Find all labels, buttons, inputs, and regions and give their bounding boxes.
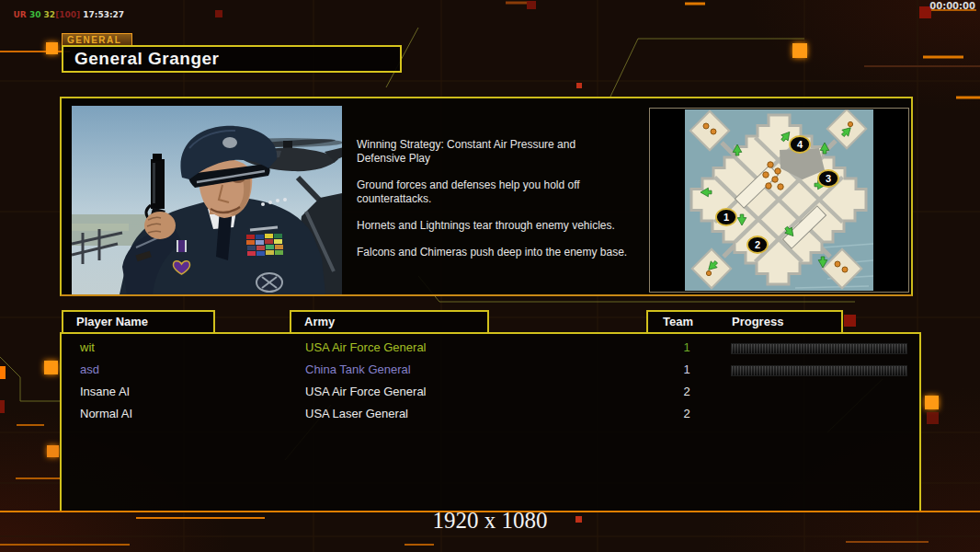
- column-header-team: Team: [663, 312, 693, 332]
- briefing-line: Winning Strategy: Constant Air Pressure …: [357, 138, 640, 166]
- briefing-line: Ground forces and defenses help you hold…: [357, 178, 640, 206]
- general-portrait: [72, 106, 342, 294]
- map-preview-box: 1 2 3 4: [649, 108, 909, 293]
- player-name: asd: [80, 359, 99, 381]
- map-preview: 1 2 3 4: [685, 109, 873, 291]
- svg-text:4: 4: [797, 139, 803, 150]
- player-team: 2: [673, 403, 701, 425]
- debug-token: [100]: [55, 10, 83, 19]
- loading-progress-bar: [731, 365, 907, 376]
- player-row: wit USA Air Force General 1: [62, 337, 919, 359]
- player-army: USA Air Force General: [305, 337, 427, 359]
- player-army: USA Air Force General: [305, 381, 427, 403]
- svg-text:1: 1: [724, 212, 729, 223]
- map-marker-1: 1: [716, 209, 736, 225]
- svg-text:2: 2: [755, 239, 760, 250]
- briefing-line: Hornets and Lightnings tear through enem…: [357, 219, 640, 233]
- player-name: Insane AI: [80, 381, 130, 403]
- general-title-box: General Granger: [62, 45, 402, 73]
- debug-token: 32: [44, 10, 56, 19]
- player-army: USA Laser General: [305, 403, 408, 425]
- svg-text:3: 3: [826, 173, 831, 184]
- page-title: General Granger: [74, 49, 400, 69]
- player-army: China Tank General: [305, 359, 411, 381]
- column-header-army: Army: [290, 310, 489, 334]
- column-header-progress: Progress: [732, 312, 783, 332]
- player-roster-panel: wit USA Air Force General 1 asd China Ta…: [60, 332, 921, 511]
- elapsed-time: 00:00:00: [929, 1, 975, 11]
- player-team: 2: [673, 381, 701, 403]
- debug-overlay: UR 30 32[100] 17:53:27: [2, 1, 124, 29]
- player-team: 1: [673, 337, 701, 359]
- column-header-player-name: Player Name: [62, 310, 215, 334]
- map-marker-2: 2: [747, 236, 768, 253]
- player-team: 1: [673, 359, 701, 381]
- map-marker-3: 3: [818, 170, 838, 187]
- debug-token: 17:53:27: [83, 10, 124, 19]
- player-row: asd China Tank General 1: [62, 359, 919, 381]
- strategy-briefing: Winning Strategy: Constant Air Pressure …: [357, 138, 640, 272]
- map-marker-4: 4: [790, 136, 810, 153]
- player-name: wit: [80, 337, 95, 359]
- player-row: Insane AI USA Air Force General 2: [62, 381, 919, 403]
- player-row: Normal AI USA Laser General 2: [62, 403, 919, 425]
- column-header-team-progress: Team Progress: [646, 310, 843, 334]
- briefing-line: Falcons and Chimeras push deep into the …: [357, 246, 640, 259]
- loading-progress-bar: [731, 343, 907, 354]
- debug-token: 30: [29, 10, 44, 19]
- loading-screen: UR 30 32[100] 17:53:27 00:00:00 GENERAL …: [0, 0, 980, 552]
- debug-token: UR: [14, 10, 29, 19]
- resolution-watermark: 1920 x 1080: [0, 508, 980, 534]
- player-name: Normal AI: [80, 403, 132, 425]
